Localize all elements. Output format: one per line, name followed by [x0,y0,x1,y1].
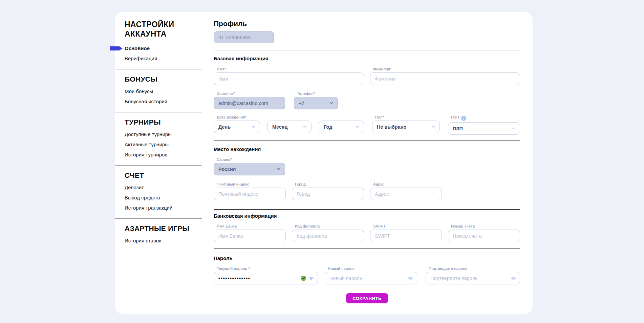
sidebar-group-gambling: АЗАРТНЫЕ ИГРЫ История ставок [115,219,202,251]
confirm-password-label: Подтвердите пароль [429,266,520,271]
city-input[interactable] [292,188,364,200]
current-password-label: Текущий пароль * [217,266,318,271]
info-icon[interactable]: i [461,116,466,121]
sidebar-item-label: История турниров [125,152,167,157]
chevron-down-icon [329,102,333,104]
branch-code-input[interactable] [292,230,364,242]
sidebar-item-my-bonuses[interactable]: Мои бонусы [125,86,202,96]
account-number-input[interactable] [448,230,520,242]
sidebar-item-active-tournaments[interactable]: Активные турниры [125,139,202,150]
phone-code-value: +7 [299,101,304,106]
phone-label: Телефон* [297,91,338,95]
new-password-label: Новый пароль [328,266,417,271]
eye-icon[interactable] [408,276,413,280]
new-password-input[interactable] [329,276,408,281]
eye-icon[interactable] [308,276,314,280]
first-name-input[interactable] [214,72,364,85]
birth-year-select[interactable]: Год [319,121,364,133]
confirm-password-input[interactable] [430,276,511,281]
birth-day-select[interactable]: День [214,121,260,133]
birth-day-field-wrap: Дата рождения* День [214,115,260,133]
section-divider [214,248,520,249]
sidebar-item-bonus-history[interactable]: Бонусная история [125,96,202,107]
swift-input[interactable] [370,230,442,242]
email-field-wrap: Эл.почта* [214,91,285,109]
sidebar-item-label: История транзакций [125,205,172,211]
sidebar-heading-bonuses: БОНУСЫ [125,75,202,84]
sidebar-group-tournaments: ТУРНИРЫ Доступные турниры Активные турни… [115,112,202,166]
eye-icon[interactable] [511,276,516,280]
birth-month-select[interactable]: Месяц [267,121,312,133]
last-name-input[interactable] [370,72,520,85]
gender-select[interactable]: Не выбрано [372,121,440,133]
current-password-masked-value: •••••••••••••• [218,276,301,281]
sidebar-item-available-tournaments[interactable]: Доступные турниры [125,129,202,139]
country-label: Страна* [217,157,285,162]
last-name-field-wrap: Фамилия* [370,67,520,85]
page-title: Профиль [214,20,247,28]
city-field-wrap: Город [292,182,364,200]
swift-label: SWIFT [373,224,442,228]
first-name-field-wrap: Имя* [214,67,364,85]
sidebar-group-bonuses: БОНУСЫ Мои бонусы Бонусная история [115,69,202,112]
address-input[interactable] [370,188,442,200]
sidebar-item-label: Активные турниры [125,142,169,147]
email-input [214,97,285,109]
valid-check-icon [301,276,306,281]
section-heading-bank-info: Банковская информация [214,213,277,219]
confirm-password-field-wrap: Подтвердите пароль [426,266,520,284]
sidebar-item-deposit[interactable]: Депозит [125,182,202,193]
branch-code-field-wrap: Код филиала [292,224,364,242]
sidebar-item-label: История ставок [125,238,161,243]
section-heading-location: Место нахождения [214,146,261,152]
bank-name-field-wrap: Имя Банка [214,224,286,242]
first-name-label: Имя* [217,67,364,71]
country-select: Россия [214,163,285,175]
new-password-field-wrap: Новый пароль [325,266,417,284]
section-heading-basic-info: Базовая информация [214,56,269,61]
sidebar-heading-gambling: АЗАРТНЫЕ ИГРЫ [125,224,202,233]
sidebar-heading-account: СЧЕТ [125,171,202,180]
sidebar-item-label: Вывод средств [125,195,160,200]
sidebar-item-transaction-history[interactable]: История транзакций [125,203,202,213]
address-field-wrap: Адрес [370,182,442,200]
account-number-field-wrap: Номер счёта [448,224,520,242]
current-password-field-wrap: Текущий пароль * •••••••••••••• [214,266,318,284]
section-divider [214,209,520,210]
birth-month-value: Месяц [272,124,287,130]
address-label: Адрес [373,182,442,186]
sidebar-item-bet-history[interactable]: История ставок [125,236,202,246]
sidebar-item-main[interactable]: Основное [125,43,202,53]
account-number-label: Номер счёта [451,224,520,228]
sidebar-item-label: Доступные турниры [125,131,172,137]
birth-day-value: День [218,124,231,130]
confirm-password-input-wrap [426,272,520,284]
sidebar-item-withdrawal[interactable]: Вывод средств [125,193,202,203]
postal-code-input[interactable] [214,188,286,200]
sidebar-item-verification[interactable]: Верификация [125,53,202,64]
email-label: Эл.почта* [217,91,285,95]
sidebar-item-tournament-history[interactable]: История турниров [125,150,202,160]
chevron-down-icon [356,126,359,128]
pzp-field-wrap: ПЗПi ПЗП [448,115,520,135]
sidebar-item-label: Бонусная история [125,99,167,104]
sidebar: НАСТРОЙКИАККАУНТА Основное Верификация Б… [115,12,202,251]
active-item-arrow-icon [110,46,123,51]
birth-month-field-wrap: Месяц [267,115,312,133]
phone-code-select: +7 [294,97,338,109]
pzp-label: ПЗПi [451,115,520,121]
chevron-down-icon [303,126,307,128]
city-label: Город [295,182,364,186]
pzp-value: ПЗП [453,126,463,131]
save-button[interactable]: СОХРАНИТЬ [346,293,388,303]
swift-field-wrap: SWIFT [370,224,442,242]
country-value: Россия [218,167,236,172]
profile-id-field [214,31,274,43]
sidebar-title: НАСТРОЙКИАККАУНТА [125,20,186,39]
current-password-input[interactable]: •••••••••••••• [214,272,318,284]
bank-name-input[interactable] [214,230,286,242]
pzp-select[interactable]: ПЗП [448,122,520,135]
branch-code-label: Код филиала [295,224,364,228]
birth-year-field-wrap: Год [319,115,364,133]
country-field-wrap: Страна* Россия [214,157,285,175]
